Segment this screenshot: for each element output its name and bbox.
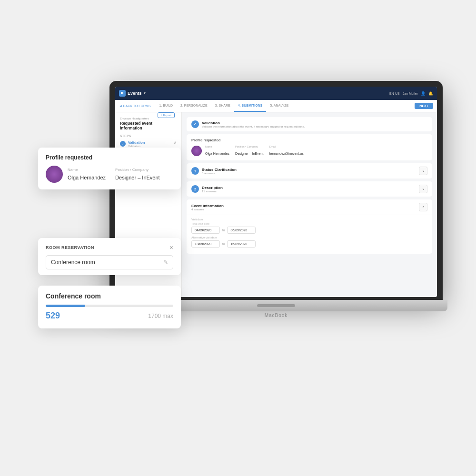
- event-info-header: Event information 4 answers ∧: [187, 199, 432, 215]
- description-answers: 11 answers: [202, 190, 223, 193]
- export-button[interactable]: ↑ Export: [158, 112, 175, 118]
- float-profile-card: Profile requested Name Olga Hernandez Po…: [38, 148, 181, 189]
- float-profile-fields: Name Olga Hernandez Position • Company D…: [68, 168, 160, 181]
- room-edit-icon[interactable]: ✎: [163, 259, 168, 266]
- event-info-title: Event information: [191, 204, 224, 208]
- float-profile-title: Profile requested: [46, 154, 173, 161]
- description-title: Description: [202, 186, 223, 190]
- event-info-body: Visit date Total visit date 04/09/2020 t…: [187, 215, 432, 254]
- step-analyze[interactable]: 5. ANALYZE: [266, 100, 292, 112]
- status-title: Status Clarification: [202, 168, 237, 172]
- alt-date-label: Alternative visit date: [191, 236, 427, 239]
- profile-row: Name Olga Hernandez Position • Company D…: [191, 145, 427, 157]
- event-info-card: Event information 4 answers ∧ Visit date…: [187, 199, 432, 254]
- svg-rect-0: [121, 92, 122, 93]
- status-card: 1 Status Clarification 8 answers ∨: [187, 163, 432, 178]
- description-card: 2 Description 11 answers ∨: [187, 181, 432, 197]
- validation-card: ✓ Validation Validate the information ab…: [187, 117, 432, 131]
- description-expand-button[interactable]: ∨: [419, 185, 427, 193]
- stats-max-value: 1700 max: [148, 313, 173, 319]
- date-row-main: 04/09/2020 to 06/09/2020: [191, 227, 427, 234]
- stats-current-value: 529: [46, 311, 60, 321]
- float-profile-row: Name Olga Hernandez Position • Company D…: [46, 166, 173, 183]
- sidebar-title: Requested event information: [120, 121, 158, 130]
- event-info-collapse-button[interactable]: ∧: [419, 203, 427, 211]
- user-name: Jan Muller: [403, 92, 418, 95]
- float-room-close-icon[interactable]: ×: [169, 244, 173, 251]
- logo-icon: [119, 90, 126, 97]
- alt-date-from-input[interactable]: 13/09/2020: [191, 240, 220, 248]
- svg-rect-1: [122, 92, 123, 93]
- stats-row: 529 1700 max: [46, 311, 173, 321]
- next-button[interactable]: NEXT: [415, 103, 433, 109]
- step-share[interactable]: 3. SHARE: [211, 100, 234, 112]
- dropdown-arrow: ▾: [144, 91, 146, 95]
- description-icon: 2: [191, 185, 199, 193]
- status-icon: 1: [191, 167, 199, 175]
- alt-to-label: to: [222, 242, 225, 246]
- app-logo: Events ▾: [119, 90, 146, 97]
- svg-rect-3: [122, 93, 123, 94]
- status-expand-button[interactable]: ∨: [419, 167, 427, 175]
- float-stats-card: Conference room 529 1700 max: [38, 286, 181, 328]
- steps-label: STEPS: [120, 134, 177, 138]
- total-date-label: Total visit date: [191, 222, 427, 225]
- profile-card-title: Profile requested: [191, 138, 427, 142]
- app-main: ✓ Validation Validate the information ab…: [182, 112, 437, 297]
- app-nav-right: EN-US Jan Muller 👤 🔔: [389, 91, 433, 96]
- room-value-text: Conference room: [51, 259, 95, 266]
- laptop-notch: [257, 304, 295, 307]
- to-label: to: [222, 228, 225, 232]
- step-personalize[interactable]: 2. PERSONALIZE: [177, 100, 211, 112]
- validation-title: Validation: [202, 121, 305, 125]
- float-name-field: Name Olga Hernandez: [68, 168, 106, 181]
- float-room-card: ROOM RESERVATION × Conference room ✎: [38, 238, 181, 275]
- language-selector[interactable]: EN-US: [389, 92, 400, 95]
- app-navbar: Events ▾ EN-US Jan Muller 👤 🔔: [115, 87, 437, 100]
- profile-fields: Name Olga Hernandez Position • Company D…: [205, 145, 427, 157]
- validation-icon: ✓: [191, 120, 199, 128]
- export-icon: ↑: [161, 114, 162, 117]
- profile-position-field: Position • Company Designer – InEvent: [235, 145, 264, 157]
- float-room-title: ROOM RESERVATION: [46, 245, 94, 250]
- app-logo-text: Events: [128, 91, 142, 96]
- validation-desc: Validate the information about the event…: [202, 125, 305, 128]
- user-avatar-icon: 👤: [421, 91, 426, 96]
- event-info-answers: 4 answers: [191, 208, 224, 211]
- date-from-input[interactable]: 04/09/2020: [191, 227, 220, 234]
- step1-circle: ✓: [120, 141, 126, 147]
- step1-name: Validation: [128, 140, 171, 145]
- visit-date-label: Visit date: [191, 218, 427, 221]
- date-row-alt: 13/09/2020 to 15/09/2020: [191, 240, 427, 248]
- step1-chevron-icon: ∧: [174, 140, 177, 145]
- date-to-input[interactable]: 06/09/2020: [227, 227, 256, 234]
- float-position-field: Position • Company Designer – InEvent: [115, 168, 160, 181]
- validation-header: ✓ Validation Validate the information ab…: [187, 117, 432, 131]
- description-header: 2 Description 11 answers ∨: [187, 181, 432, 197]
- float-room-input[interactable]: Conference room ✎: [46, 255, 173, 269]
- status-answers: 8 answers: [202, 172, 237, 175]
- notification-icon[interactable]: 🔔: [428, 91, 433, 96]
- alt-date-to-input[interactable]: 15/09/2020: [227, 240, 256, 248]
- profile-email-field: Email hernandez@inevent.us: [269, 145, 304, 157]
- progress-bar-fill: [46, 305, 85, 307]
- float-room-header: ROOM RESERVATION ×: [46, 244, 173, 251]
- profile-avatar: [191, 146, 202, 156]
- step-build[interactable]: 1. BUILD: [156, 100, 177, 112]
- steps-bar: ◄ BACK TO FORMS 1. BUILD 2. PERSONALIZE …: [115, 100, 437, 112]
- status-header: 1 Status Clarification 8 answers ∨: [187, 163, 432, 178]
- back-to-forms-link[interactable]: ◄ BACK TO FORMS: [119, 104, 151, 108]
- profile-card: Profile requested Name Olga Hernandez: [187, 134, 432, 160]
- svg-rect-2: [121, 93, 122, 94]
- profile-name-field: Name Olga Hernandez: [205, 145, 229, 157]
- float-profile-avatar: [46, 166, 63, 183]
- step-submissions[interactable]: 4. SUBMITIONS: [234, 100, 267, 112]
- float-stats-title: Conference room: [46, 292, 173, 300]
- progress-bar-background: [46, 305, 173, 307]
